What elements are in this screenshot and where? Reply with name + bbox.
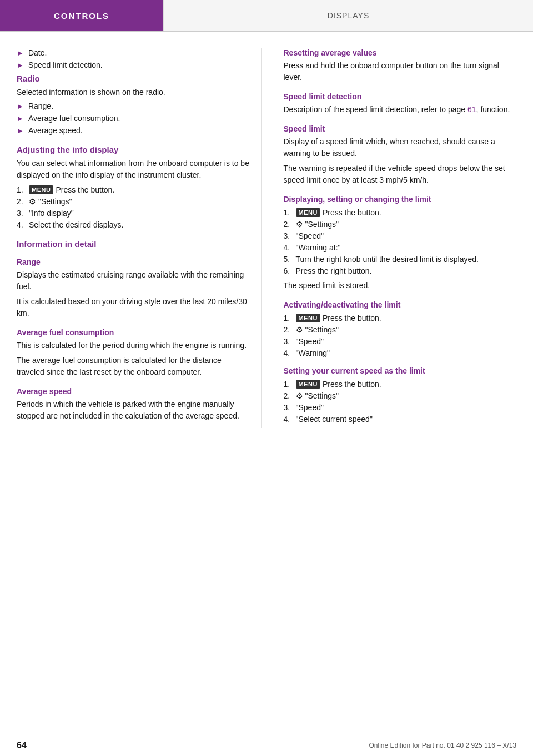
step-text: "Speed": [296, 231, 324, 240]
range-desc1: Displays the estimated cruising range av…: [17, 269, 250, 293]
bullet-arrow-icon: ►: [17, 114, 24, 123]
step-text: "Settings": [305, 391, 339, 400]
gear-icon: ⚙: [296, 220, 303, 229]
step-number: 4.: [284, 243, 296, 252]
step-text: "Speed": [296, 337, 324, 346]
step-content: "Speed": [296, 403, 324, 412]
step-number: 2.: [284, 391, 296, 400]
content-area: ► Date. ► Speed limit detection. Radio S…: [0, 32, 533, 450]
page-link[interactable]: 61: [467, 105, 476, 114]
list-item: 1. MENU Press the button.: [284, 314, 517, 322]
list-item: 5. Turn the right knob until the desired…: [284, 255, 517, 264]
left-column: ► Date. ► Speed limit detection. Radio S…: [17, 48, 262, 428]
gear-icon: ⚙: [296, 325, 303, 334]
range-heading: Range: [17, 258, 250, 266]
step-content: ⚙ "Settings": [29, 197, 72, 206]
bullet-arrow-icon: ►: [17, 61, 24, 69]
step-text: "Speed": [296, 403, 324, 412]
radio-heading: Radio: [17, 74, 250, 83]
bullet-label: Average speed.: [28, 126, 83, 135]
step-text: "Info display": [29, 209, 74, 218]
avg-fuel-desc1: This is calculated for the period during…: [17, 340, 250, 351]
list-item: 3. "Speed": [284, 403, 517, 412]
step-number: 1.: [17, 185, 29, 194]
step-content: "Speed": [296, 337, 324, 346]
step-number: 2.: [17, 197, 29, 206]
list-item: 1. MENU Press the button.: [284, 208, 517, 217]
step-content: ⚙ "Settings": [296, 391, 339, 400]
list-item: ► Date.: [17, 48, 250, 57]
speed-limit-desc1: Display of a speed limit which, when rea…: [284, 136, 517, 159]
header: CONTROLS DISPLAYS: [0, 0, 533, 32]
step-text: Press the button.: [323, 314, 381, 322]
step-number: 3.: [284, 337, 296, 346]
tab-controls-label: CONTROLS: [54, 11, 109, 21]
bullet-arrow-icon: ►: [17, 49, 24, 57]
displaying-steps: 1. MENU Press the button. 2. ⚙ "Settings…: [284, 208, 517, 275]
bullet-arrow-icon: ►: [17, 102, 24, 110]
menu-button-icon: MENU: [296, 380, 320, 389]
speed-limit-detection-heading: Speed limit detection: [284, 92, 517, 101]
step-content: MENU Press the button.: [296, 314, 381, 322]
speed-detection-text1: Description of the speed limit detection…: [284, 105, 466, 114]
avg-fuel-heading: Average fuel consumption: [17, 328, 250, 337]
step-content: "Select current speed": [296, 415, 373, 424]
radio-desc: Selected information is shown on the rad…: [17, 87, 250, 98]
menu-button-icon: MENU: [296, 208, 320, 217]
step-number: 2.: [284, 325, 296, 334]
setting-heading: Setting your current speed as the limit: [284, 366, 517, 375]
step-content: Turn the right knob until the desired li…: [296, 255, 479, 264]
activating-heading: Activating/deactivating the limit: [284, 300, 517, 309]
speed-limit-heading: Speed limit: [284, 124, 517, 133]
activating-steps: 1. MENU Press the button. 2. ⚙ "Settings…: [284, 314, 517, 357]
bullet-arrow-icon: ►: [17, 127, 24, 135]
resetting-desc: Press and hold the onboard computer butt…: [284, 60, 517, 83]
bullet-label: Average fuel consumption.: [28, 114, 120, 123]
step-content: ⚙ "Settings": [296, 325, 339, 334]
list-item: 3. "Speed": [284, 337, 517, 346]
step-text: "Warning at:": [296, 243, 341, 252]
step-number: 3.: [284, 231, 296, 240]
step-number: 6.: [284, 266, 296, 275]
list-item: 4. Select the desired displays.: [17, 220, 250, 229]
list-item: 2. ⚙ "Settings": [284, 391, 517, 400]
displaying-note: The speed limit is stored.: [284, 280, 517, 291]
step-text: Select the desired displays.: [29, 220, 123, 229]
displaying-heading: Displaying, setting or changing the limi…: [284, 195, 517, 204]
adjusting-steps: 1. MENU Press the button. 2. ⚙ "Settings…: [17, 185, 250, 229]
tab-displays-label: DISPLAYS: [328, 11, 369, 20]
step-number: 3.: [284, 403, 296, 412]
list-item: 3. "Speed": [284, 231, 517, 240]
step-number: 2.: [284, 220, 296, 229]
avg-fuel-desc2: The average fuel consumption is calculat…: [17, 355, 250, 378]
adjusting-heading: Adjusting the info display: [17, 145, 250, 154]
step-text: Press the button.: [56, 185, 114, 194]
step-content: "Info display": [29, 209, 74, 218]
step-text: Press the right button.: [296, 266, 372, 275]
step-number: 1.: [284, 314, 296, 322]
adjusting-desc: You can select what information from the…: [17, 158, 250, 181]
setting-steps: 1. MENU Press the button. 2. ⚙ "Settings…: [284, 380, 517, 424]
tab-controls[interactable]: CONTROLS: [0, 0, 163, 31]
gear-icon: ⚙: [29, 197, 36, 206]
info-detail-heading: Information in detail: [17, 239, 250, 249]
step-number: 1.: [284, 208, 296, 217]
step-text: "Settings": [38, 197, 72, 206]
step-text: "Settings": [305, 325, 339, 334]
footer-text: Online Edition for Part no. 01 40 2 925 …: [369, 742, 516, 749]
resetting-heading: Resetting average values: [284, 48, 517, 57]
page-number: 64: [17, 740, 27, 750]
step-text: "Warning": [296, 349, 330, 357]
list-item: 2. ⚙ "Settings": [284, 325, 517, 334]
step-content: MENU Press the button.: [296, 208, 381, 217]
step-number: 5.: [284, 255, 296, 264]
avg-speed-desc: Periods in which the vehicle is parked w…: [17, 399, 250, 422]
range-desc2: It is calculated based on your driving s…: [17, 296, 250, 319]
avg-speed-heading: Average speed: [17, 387, 250, 396]
speed-detection-text2: , function.: [476, 105, 510, 114]
gear-icon: ⚙: [296, 391, 303, 400]
list-item: 4. "Warning": [284, 349, 517, 357]
tab-displays[interactable]: DISPLAYS: [163, 0, 533, 31]
list-item: 4. "Warning at:": [284, 243, 517, 252]
right-column: Resetting average values Press and hold …: [278, 48, 517, 428]
